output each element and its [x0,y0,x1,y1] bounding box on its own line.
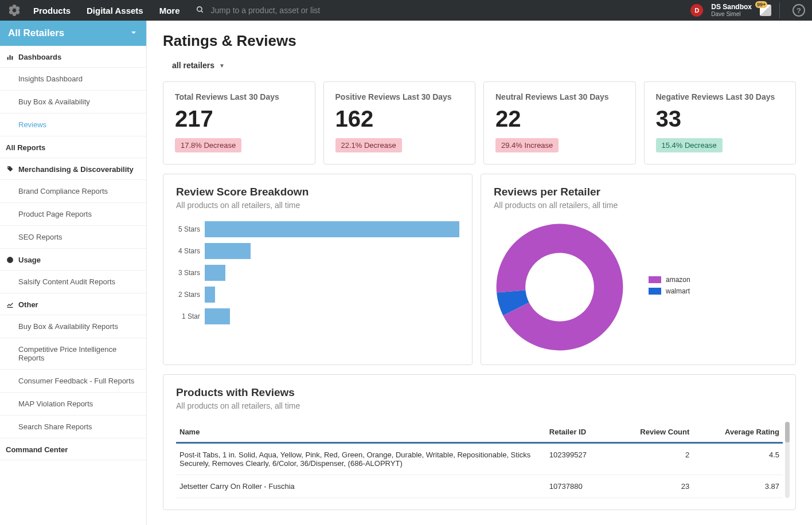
bar-row: 4 Stars [176,243,459,259]
bar-track [205,265,459,281]
sidebar-section[interactable]: Other [0,293,146,315]
topnav-links: Products Digital Assets More [33,6,180,15]
stat-value: 162 [335,107,464,130]
cell-retailer-id: 102399527 [546,443,611,475]
column-header[interactable]: Review Count [611,422,693,443]
avatar[interactable]: D [690,4,703,17]
cell-retailer-id: 10737880 [546,475,611,498]
sidebar-section[interactable]: Command Center [0,438,146,460]
stat-label: Positive Reviews Last 30 Days [335,92,464,101]
svg-point-1 [15,6,19,10]
global-search [196,6,360,15]
chart-title: Reviews per Retailer [494,186,783,198]
cell-avg-rating: 3.87 [693,475,783,498]
legend-label: amazon [666,276,690,284]
legend-swatch [649,276,661,283]
search-input[interactable] [211,6,360,15]
sidebar-header[interactable]: All Retailers [0,21,146,46]
user-menu[interactable]: DS Sandbox Dave Simel [711,3,752,17]
bar-row: 2 Stars [176,287,459,303]
stat-card: Total Reviews Last 30 Days 217 17.8% Dec… [163,81,315,164]
chart-title: Review Score Breakdown [176,186,459,198]
bar-track [205,308,459,324]
review-score-breakdown-card: Review Score Breakdown All products on a… [163,174,473,365]
sidebar-item[interactable]: SEO Reports [0,226,146,249]
stat-value: 33 [656,107,784,130]
caret-down-icon: ▼ [219,62,225,69]
sidebar-item[interactable]: Search Share Reports [0,416,146,438]
sidebar-item[interactable]: Buy Box & Availability [0,91,146,113]
sidebar-item[interactable]: Insights Dashboard [0,68,146,91]
bar-chart: 5 Stars 4 Stars 3 Stars 2 Stars 1 Star [176,221,459,324]
nav-digital-assets[interactable]: Digital Assets [87,6,143,15]
retailer-filter[interactable]: all retailers ▼ [172,61,225,70]
svg-line-7 [201,10,202,12]
svg-point-4 [9,10,13,14]
stat-value: 217 [175,107,303,130]
stat-label: Neutral Reviews Last 30 Days [495,92,624,101]
column-header[interactable]: Name [176,422,546,443]
sidebar-section-label: Command Center [6,445,68,454]
products-with-reviews-card: Products with Reviews All products on al… [163,374,796,510]
filter-label: all retailers [172,61,214,70]
sidebar-item[interactable]: Buy Box & Availability Reports [0,315,146,338]
table-row[interactable]: Post-it Tabs, 1 in. Solid, Aqua, Yellow,… [176,443,783,475]
bar-label: 4 Stars [176,247,205,255]
sidebar-item[interactable]: Reviews [0,113,146,136]
legend-swatch [649,288,661,295]
pie-icon [6,256,14,264]
sidebar-item[interactable]: Salsify Content Audit Reports [0,271,146,293]
stat-change-badge: 29.4% Increase [495,138,559,152]
stat-change-badge: 15.4% Decrease [656,138,723,152]
sidebar-section[interactable]: Usage [0,249,146,271]
stat-change-badge: 22.1% Decrease [335,138,402,152]
sidebar-item[interactable]: Brand Compliance Reports [0,180,146,203]
chart-line-icon [6,301,14,308]
legend-item: amazon [649,276,690,284]
sidebar-item[interactable]: Competitive Price Intelligence Reports [0,338,146,370]
sidebar-section[interactable]: Dashboards [0,46,146,68]
bar-row: 1 Star [176,308,459,324]
stat-label: Negative Reviews Last 30 Days [656,92,784,101]
table-row[interactable]: Jetsetter Carry On Roller - Fuschia 1073… [176,475,783,498]
notification-count: 99+ [755,1,767,8]
stat-card: Negative Reviews Last 30 Days 33 15.4% D… [644,81,797,164]
donut-chart [494,221,626,353]
bar-fill [205,308,230,324]
table-title: Products with Reviews [176,386,783,399]
chevron-down-icon [129,28,138,39]
search-icon [196,6,204,15]
divider [779,2,780,18]
nav-more[interactable]: More [159,6,180,15]
cell-name: Post-it Tabs, 1 in. Solid, Aqua, Yellow,… [176,443,546,475]
sidebar-item[interactable]: MAP Violation Reports [0,393,146,416]
sidebar-header-label: All Retailers [8,28,64,39]
stat-change-badge: 17.8% Decrease [175,138,241,152]
stat-card: Neutral Reviews Last 30 Days 22 29.4% In… [483,81,636,164]
column-header[interactable]: Average Rating [693,422,783,443]
sidebar-section[interactable]: All Reports [0,136,146,158]
column-header[interactable]: Retailer ID [546,422,611,443]
brand-logo[interactable] [7,3,22,18]
stat-card: Positive Reviews Last 30 Days 162 22.1% … [323,81,476,164]
help-icon[interactable]: ? [793,4,805,17]
sidebar-item[interactable]: Consumer Feedback - Full Reports [0,370,146,393]
sidebar-item[interactable]: Product Page Reports [0,203,146,226]
table-scrollbar[interactable] [785,422,790,498]
svg-rect-8 [7,57,8,60]
bar-track [205,243,459,259]
chart-subtitle: All products on all retailers, all time [494,201,783,210]
nav-products[interactable]: Products [33,6,71,15]
topnav-right: D DS Sandbox Dave Simel 99+ ? [690,2,805,18]
bar-fill [205,287,215,303]
bar-label: 5 Stars [176,225,205,233]
sidebar-section[interactable]: Merchandising & Discoverability [0,158,146,180]
bar-track [205,221,459,237]
legend-label: walmart [666,287,690,295]
chart-bar-icon [6,53,14,61]
reviews-per-retailer-card: Reviews per Retailer All products on all… [481,174,796,365]
notifications[interactable]: 99+ [760,5,771,16]
bar-track [205,287,459,303]
stat-value: 22 [495,107,624,130]
bar-fill [205,265,225,281]
